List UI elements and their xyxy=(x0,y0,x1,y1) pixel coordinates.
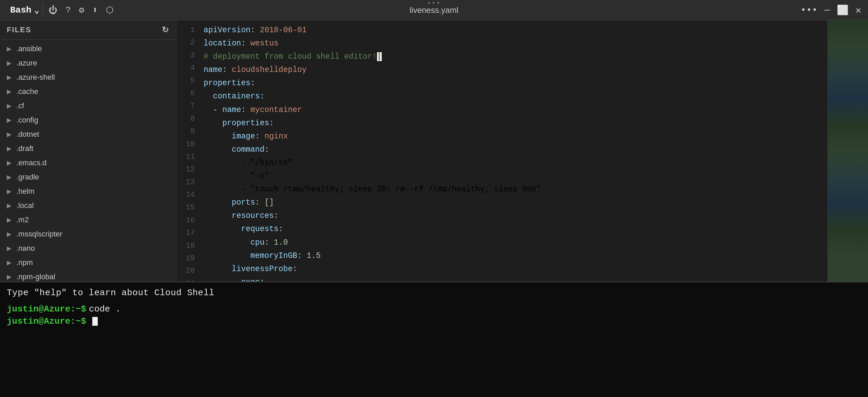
bash-dropdown[interactable]: Bash ⌄ xyxy=(7,3,43,18)
editor-title: liveness.yaml xyxy=(410,5,458,15)
folder-arrow-icon: ▶ xyxy=(7,259,13,266)
top-bar: ••• Bash ⌄ ⏻ ? ⚙ ⬆ ⬡ liveness.yaml ••• —… xyxy=(0,0,868,20)
line-number-1: 1 xyxy=(176,24,195,36)
folder-arrow-icon: ▶ xyxy=(7,59,13,67)
folder-arrow-icon: ▶ xyxy=(7,88,13,95)
folder-arrow-icon: ▶ xyxy=(7,188,13,195)
folder-arrow-icon: ▶ xyxy=(7,245,13,252)
line-number-13: 13 xyxy=(176,176,195,189)
folder-arrow-icon: ▶ xyxy=(7,102,13,110)
code-line-1: apiVersion: 2018-06-01 xyxy=(204,24,827,37)
sidebar-item-label: .draft xyxy=(16,144,33,153)
code-line-6: containers: xyxy=(204,90,827,103)
sidebar-item-.helm[interactable]: ▶.helm xyxy=(0,184,176,198)
window-controls: ••• — ⬜ ✕ xyxy=(800,4,861,16)
line-number-14: 14 xyxy=(176,189,195,201)
code-line-19: livenessProbe: xyxy=(204,263,827,276)
sidebar-item-.azure[interactable]: ▶.azure xyxy=(0,56,176,70)
minimize-button[interactable]: — xyxy=(824,5,830,15)
sidebar-item-label: .local xyxy=(16,201,34,210)
sidebar-item-label: .mssqlscripter xyxy=(16,230,62,239)
sidebar-item-.mssqlscripter[interactable]: ▶.mssqlscripter xyxy=(0,227,176,241)
sidebar-item-.emacs.d[interactable]: ▶.emacs.d xyxy=(0,156,176,170)
sidebar-item-.cf[interactable]: ▶.cf xyxy=(0,99,176,113)
refresh-icon[interactable]: ↻ xyxy=(162,25,169,35)
chevron-down-icon: ⌄ xyxy=(34,5,39,16)
line-number-4: 4 xyxy=(176,62,195,74)
sidebar-item-.ansible[interactable]: ▶.ansible xyxy=(0,42,176,56)
upload-icon[interactable]: ⬆ xyxy=(92,5,98,16)
line-number-16: 16 xyxy=(176,214,195,227)
line-number-6: 6 xyxy=(176,87,195,100)
line-number-3: 3 xyxy=(176,49,195,62)
sidebar-item-label: .m2 xyxy=(16,215,29,224)
terminal-prompt-1: justin@Azure:~$ code . xyxy=(7,304,861,314)
folder-arrow-icon: ▶ xyxy=(7,173,13,181)
sidebar-item-.gradle[interactable]: ▶.gradle xyxy=(0,170,176,184)
code-line-8: properties: xyxy=(204,117,827,130)
terminal-info-text: Type "help" to learn about Cloud Shell xyxy=(7,288,861,298)
settings-icon[interactable]: ⚙ xyxy=(79,5,84,16)
code-line-10: command: xyxy=(204,143,827,156)
folder-arrow-icon: ▶ xyxy=(7,230,13,238)
sidebar-item-label: .azure xyxy=(16,59,37,68)
line-number-19: 19 xyxy=(176,252,195,265)
code-line-15: resources: xyxy=(204,209,827,223)
sidebar-item-.nano[interactable]: ▶.nano xyxy=(0,241,176,256)
sidebar-item-label: .cf xyxy=(16,101,24,110)
line-number-20: 20 xyxy=(176,265,195,277)
sidebar-item-label: .nano xyxy=(16,244,35,253)
folder-arrow-icon: ▶ xyxy=(7,74,13,81)
files-label: FILES xyxy=(7,25,31,34)
code-line-12: - "-c" xyxy=(204,170,827,183)
code-line-2: location: westus xyxy=(204,37,827,50)
folder-arrow-icon: ▶ xyxy=(7,131,13,138)
more-options-icon[interactable]: ••• xyxy=(800,5,817,15)
line-number-11: 11 xyxy=(176,151,195,163)
sidebar-item-label: .npm-global xyxy=(16,272,55,281)
sidebar-item-label: .emacs.d xyxy=(16,158,46,167)
sidebar-item-.npm[interactable]: ▶.npm xyxy=(0,256,176,270)
sidebar-item-.azure-shell[interactable]: ▶.azure-shell xyxy=(0,70,176,84)
line-number-8: 8 xyxy=(176,113,195,125)
restore-button[interactable]: ⬜ xyxy=(837,4,849,16)
sidebar-item-.local[interactable]: ▶.local xyxy=(0,198,176,213)
sidebar-item-label: .config xyxy=(16,116,38,125)
sidebar-item-label: .ansible xyxy=(16,44,42,53)
sidebar-item-.config[interactable]: ▶.config xyxy=(0,113,176,127)
sidebar-item-.npm-global[interactable]: ▶.npm-global xyxy=(0,270,176,282)
share-icon[interactable]: ⬡ xyxy=(106,5,114,16)
folder-arrow-icon: ▶ xyxy=(7,202,13,209)
close-button[interactable]: ✕ xyxy=(855,4,861,16)
sidebar-item-.draft[interactable]: ▶.draft xyxy=(0,141,176,156)
sidebar-header: FILES ↻ xyxy=(0,20,176,40)
line-number-17: 17 xyxy=(176,227,195,239)
code-line-17: cpu: 1.0 xyxy=(204,236,827,249)
line-number-15: 15 xyxy=(176,201,195,214)
minimap xyxy=(827,20,868,282)
folder-arrow-icon: ▶ xyxy=(7,116,13,124)
power-icon[interactable]: ⏻ xyxy=(49,5,57,16)
folder-arrow-icon: ▶ xyxy=(7,216,13,224)
folder-arrow-icon: ▶ xyxy=(7,273,13,281)
sidebar: FILES ↻ ▶.ansible▶.azure▶.azure-shell▶.c… xyxy=(0,20,176,282)
line-number-18: 18 xyxy=(176,240,195,252)
sidebar-item-label: .dotnet xyxy=(16,130,39,139)
sidebar-item-.cache[interactable]: ▶.cache xyxy=(0,84,176,99)
code-line-16: requests: xyxy=(204,223,827,236)
editor-content: 1234567891011121314151617181920212223 ap… xyxy=(176,20,868,282)
sidebar-item-.dotnet[interactable]: ▶.dotnet xyxy=(0,127,176,141)
prompt-user-1: justin@Azure:~$ xyxy=(7,304,86,314)
line-number-7: 7 xyxy=(176,100,195,112)
code-line-4: name: cloudshelldeploy xyxy=(204,63,827,77)
help-icon[interactable]: ? xyxy=(65,5,71,15)
sidebar-item-.m2[interactable]: ▶.m2 xyxy=(0,213,176,227)
prompt-cursor-space xyxy=(86,316,92,326)
line-number-10: 10 xyxy=(176,138,195,151)
terminal-prompt-2: justin@Azure:~$ xyxy=(7,316,861,326)
line-number-21: 21 xyxy=(176,278,195,282)
code-line-11: - "/bin/sh" xyxy=(204,156,827,170)
code-content[interactable]: apiVersion: 2018-06-01location: westus# … xyxy=(200,20,827,282)
terminal-area: Type "help" to learn about Cloud Shell j… xyxy=(0,282,868,397)
code-line-3: # deployment from cloud shell editor!| xyxy=(204,50,827,63)
